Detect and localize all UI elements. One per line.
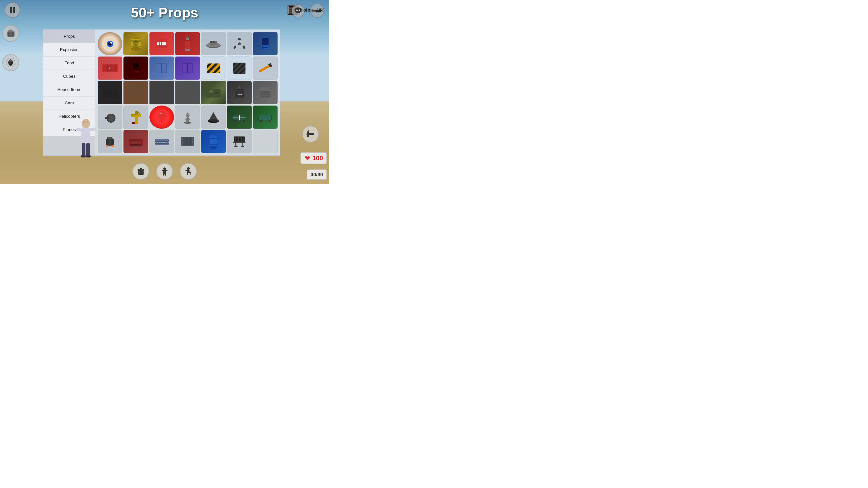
prop-blue-crate[interactable] — [149, 57, 174, 80]
svg-rect-170 — [155, 144, 169, 145]
prop-bridge[interactable] — [149, 130, 174, 153]
svg-rect-22 — [10, 32, 11, 37]
svg-point-79 — [137, 72, 138, 73]
svg-point-216 — [187, 167, 190, 170]
prop-mat-dark[interactable] — [98, 81, 122, 104]
svg-point-8 — [294, 7, 302, 13]
prop-vending[interactable] — [253, 32, 278, 55]
svg-rect-19 — [321, 10, 322, 11]
prop-container-red[interactable]: AP — [98, 57, 122, 80]
svg-rect-95 — [259, 64, 271, 72]
svg-rect-18 — [315, 11, 320, 12]
bottom-controls — [132, 163, 197, 180]
character-button[interactable] — [156, 163, 173, 180]
prop-stripes[interactable] — [227, 57, 252, 80]
category-helicopters[interactable]: Helicopters — [43, 110, 95, 123]
svg-rect-109 — [259, 88, 265, 91]
prop-chess-piece[interactable] — [175, 105, 200, 129]
svg-marker-223 — [307, 130, 309, 131]
prop-mat-camo[interactable] — [201, 81, 226, 104]
ammo-display: 30/30 — [307, 169, 327, 180]
prop-purple-box[interactable] — [175, 57, 200, 80]
svg-rect-97 — [102, 89, 118, 98]
svg-rect-173 — [182, 138, 193, 145]
svg-rect-62 — [262, 38, 269, 45]
prop-stick[interactable] — [253, 57, 278, 80]
category-cubes[interactable]: Cubes — [43, 70, 95, 83]
svg-rect-42 — [157, 42, 159, 45]
prop-mat-gray1[interactable] — [149, 81, 174, 104]
svg-rect-169 — [155, 139, 168, 141]
prop-display-case[interactable] — [175, 130, 200, 153]
sit-button[interactable] — [180, 163, 197, 180]
svg-marker-133 — [187, 112, 188, 113]
prop-ping-pong-2[interactable] — [253, 105, 278, 129]
svg-rect-149 — [106, 139, 109, 145]
svg-rect-89 — [207, 64, 220, 73]
svg-rect-100 — [180, 89, 196, 98]
svg-text:RAD: RAD — [134, 43, 137, 44]
svg-rect-112 — [260, 94, 270, 95]
prop-grill[interactable] — [227, 130, 252, 153]
prop-mat-gray2[interactable] — [175, 81, 200, 104]
prop-extinguisher[interactable] — [175, 32, 200, 55]
prop-arcade[interactable] — [123, 57, 148, 80]
svg-rect-189 — [233, 142, 246, 143]
prop-frypan[interactable] — [98, 105, 122, 129]
svg-rect-102 — [209, 90, 213, 93]
weapon-icon[interactable] — [310, 3, 324, 18]
category-planes[interactable]: Planes — [43, 123, 95, 136]
svg-rect-150 — [111, 139, 114, 145]
prop-ping-pong-1[interactable] — [227, 105, 252, 129]
prop-concrete-blocks[interactable] — [253, 81, 278, 104]
left-sidebar — [0, 23, 22, 73]
prop-mat-brown[interactable] — [123, 81, 148, 104]
svg-rect-111 — [260, 91, 270, 93]
svg-rect-99 — [153, 89, 170, 98]
prop-jetpack[interactable] — [98, 130, 122, 153]
svg-rect-64 — [263, 46, 268, 47]
prop-teeth[interactable] — [149, 32, 174, 55]
prop-red-balloon[interactable] — [149, 105, 174, 129]
svg-point-13 — [299, 10, 300, 10]
svg-rect-54 — [211, 41, 212, 43]
svg-rect-65 — [263, 48, 268, 48]
category-cars[interactable]: Cars — [43, 96, 95, 110]
svg-rect-120 — [131, 114, 135, 116]
svg-rect-45 — [164, 42, 166, 45]
category-props[interactable]: Props — [43, 30, 95, 43]
bullet-button[interactable] — [2, 54, 19, 71]
svg-rect-44 — [162, 42, 164, 45]
svg-rect-103 — [215, 92, 219, 94]
chat-icon[interactable] — [291, 3, 305, 18]
svg-point-78 — [137, 70, 138, 72]
category-explosion[interactable]: Explosion — [43, 43, 95, 57]
category-house-items[interactable]: House Items — [43, 83, 95, 96]
category-food[interactable]: Food — [43, 57, 95, 70]
prop-barrel[interactable]: RAD — [123, 32, 148, 55]
prop-cone-black[interactable] — [201, 105, 226, 129]
svg-rect-141 — [234, 120, 236, 122]
prop-blue-drum[interactable] — [201, 130, 226, 153]
right-ammo-icon[interactable] — [302, 126, 319, 142]
svg-point-210 — [163, 167, 166, 170]
pause-button[interactable] — [4, 2, 20, 18]
main-panel: Props Explosion Food Cubes House Items C… — [43, 29, 280, 156]
prop-1ton-weight[interactable]: 1 TON — [227, 81, 252, 104]
prop-hazard[interactable] — [201, 57, 226, 80]
prop-spinner[interactable] — [227, 32, 252, 55]
health-value: 100 — [312, 155, 323, 162]
prop-sofa[interactable] — [123, 130, 148, 153]
delete-button[interactable] — [132, 163, 149, 180]
prop-crane[interactable] — [123, 105, 148, 129]
title-area: 50+ Props — [131, 4, 198, 21]
health-display: 100 — [301, 152, 327, 164]
svg-rect-46 — [185, 40, 190, 50]
svg-point-35 — [131, 47, 141, 51]
svg-point-77 — [134, 70, 136, 73]
prop-eyeball[interactable] — [98, 32, 122, 55]
svg-point-12 — [297, 10, 297, 10]
svg-rect-218 — [185, 170, 187, 171]
box-button[interactable] — [2, 25, 19, 42]
prop-boat[interactable] — [201, 32, 226, 55]
